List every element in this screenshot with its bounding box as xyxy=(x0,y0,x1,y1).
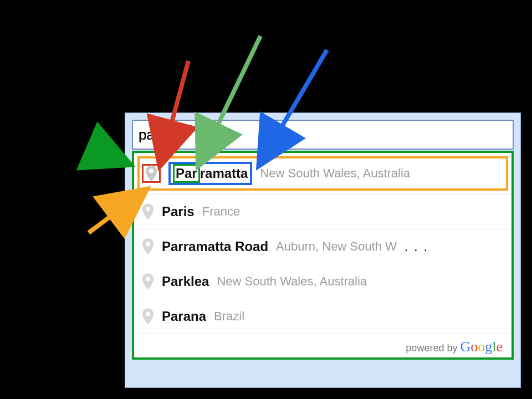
dropdown-footer: powered by Google xyxy=(134,334,511,357)
arrow-green-container xyxy=(89,147,127,163)
svg-point-2 xyxy=(146,242,150,246)
suggestion-main: Parramatta xyxy=(168,162,252,185)
suggestion-main: Parramatta Road xyxy=(162,239,268,254)
suggestion-secondary: Auburn, New South W xyxy=(276,239,397,254)
truncation-ellipsis: . . . xyxy=(405,239,428,254)
svg-point-3 xyxy=(146,277,150,281)
search-input-wrapper: par xyxy=(132,120,514,150)
match-highlight-box: Parramatta xyxy=(168,162,252,185)
suggestion-main: Parana xyxy=(162,309,206,324)
suggestion-secondary: Brazil xyxy=(214,309,244,324)
google-logo: Google xyxy=(460,339,503,355)
footer-prefix: powered by xyxy=(406,342,457,354)
query-highlight-box: Par xyxy=(173,164,200,183)
suggestion-secondary: France xyxy=(202,204,240,219)
pin-icon xyxy=(142,203,154,220)
suggestion-secondary: New South Wales, Australia xyxy=(260,166,410,181)
pin-icon xyxy=(145,165,157,182)
suggestion-secondary: New South Wales, Australia xyxy=(217,274,367,289)
icon-highlight-box xyxy=(142,164,161,183)
suggestion-item[interactable]: Parramatta New South Wales, Australia xyxy=(134,153,511,195)
suggestion-item[interactable]: Parramatta Road Auburn, New South W . . … xyxy=(134,229,511,264)
pin-icon xyxy=(142,308,154,325)
suggestions-dropdown: Parramatta New South Wales, Australia Pa… xyxy=(132,151,514,360)
svg-point-0 xyxy=(149,168,154,173)
svg-point-1 xyxy=(146,207,150,211)
svg-point-4 xyxy=(146,311,150,316)
pin-icon xyxy=(142,238,154,255)
search-input[interactable] xyxy=(132,120,514,150)
pin-icon xyxy=(142,273,154,290)
suggestion-main: Parklea xyxy=(162,274,209,289)
suggestion-item[interactable]: Parana Brazil xyxy=(134,299,511,334)
suggestion-item[interactable]: Parklea New South Wales, Australia xyxy=(134,264,511,299)
suggestion-main: Paris xyxy=(162,204,195,219)
autocomplete-window: par Parramatta New South Wales, Australi… xyxy=(125,112,521,388)
suggestion-item[interactable]: Paris France xyxy=(134,195,511,229)
